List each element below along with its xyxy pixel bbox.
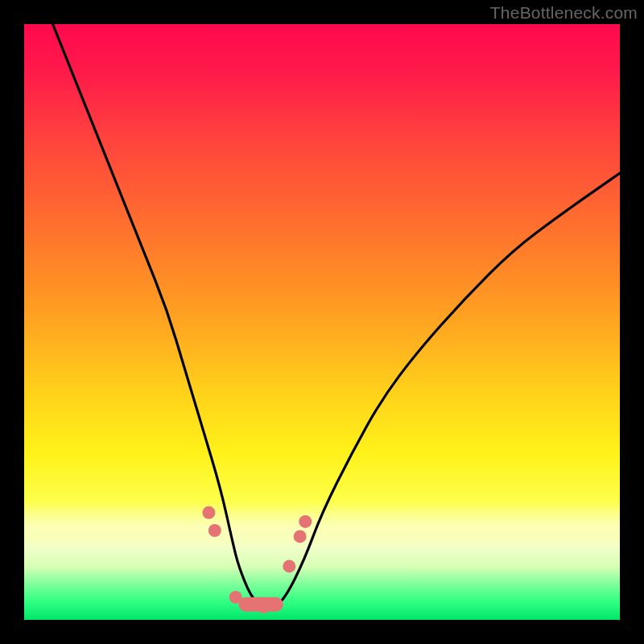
highlight-dot [208,524,221,537]
highlight-dot [294,530,307,543]
highlight-dot [299,515,312,528]
highlight-dot [229,591,242,604]
chart-container: TheBottleneck.com [0,0,644,644]
highlight-dot [202,506,215,519]
bottleneck-curve-path [48,24,620,608]
watermark-text: TheBottleneck.com [490,3,638,23]
chart-svg [24,24,620,620]
plot-area [24,24,620,620]
highlight-dot [257,601,270,613]
highlight-dot [283,559,295,572]
highlight-pills-group [202,506,312,613]
